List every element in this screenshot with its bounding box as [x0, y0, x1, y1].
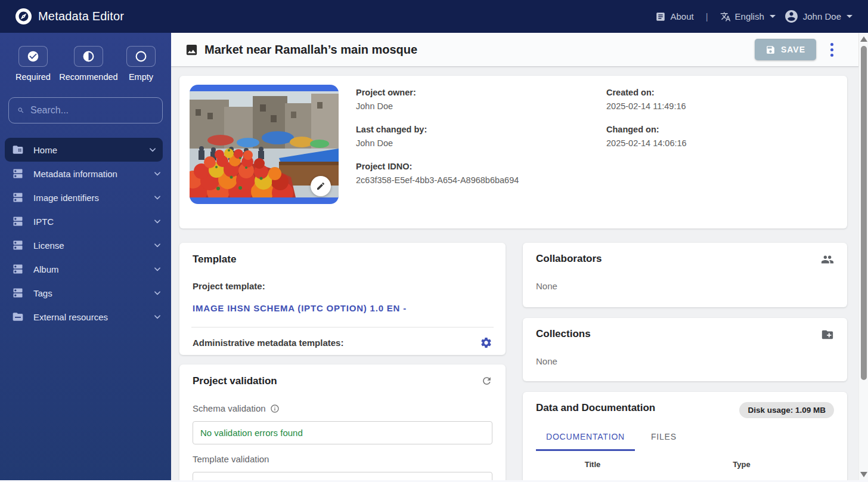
schema-validation-label: Schema validation [193, 403, 492, 413]
gear-icon[interactable] [480, 336, 492, 349]
field-value: John Doe [356, 138, 606, 148]
sidebar-search[interactable] [8, 97, 163, 123]
required-filter-button[interactable] [18, 46, 48, 67]
template-link[interactable]: IMAGE IHSN SCHEMA (IPTC OPTION) 1.0 EN - [193, 303, 407, 313]
collections-value: None [536, 356, 834, 366]
field-value: John Doe [356, 101, 606, 111]
sidebar-item-external-resources[interactable]: External resources [0, 305, 171, 329]
field-label: Created on: [606, 88, 687, 97]
folder-grid-icon [12, 144, 24, 156]
app-title: Metadata Editor [38, 10, 124, 23]
chevron-down-icon [153, 265, 162, 273]
sidebar-item-label: Tags [33, 288, 144, 298]
language-menu[interactable]: English [720, 11, 776, 22]
schema-validation-result-box: No validation errors found [193, 421, 492, 444]
refresh-icon[interactable] [481, 375, 492, 387]
project-owner-field: Project owner: John Doe [356, 88, 606, 111]
save-icon [765, 45, 776, 55]
page-header: Market near Ramallah’s main mosque SAVE [171, 33, 858, 67]
content-scroll-area: Project owner: John Doe Last changed by:… [171, 67, 858, 482]
user-avatar-icon [784, 9, 799, 24]
project-idno-field: Project IDNO: 2c63f358-E5ef-4bb3-A654-A8… [356, 162, 606, 185]
template-card-title: Template [193, 254, 492, 265]
save-button[interactable]: SAVE [755, 39, 816, 60]
stack-icon [12, 191, 24, 203]
sidebar-item-label: License [33, 240, 144, 251]
admin-templates-label: Administrative metadata templates: [193, 338, 343, 348]
filter-label: Required [16, 72, 51, 82]
user-caret-icon [847, 15, 852, 18]
data-documentation-card: Data and Documentation Disk usage: 1.09 … [523, 392, 847, 482]
vertical-scrollbar[interactable] [858, 33, 868, 482]
template-card: Template Project template: IMAGE IHSN SC… [179, 243, 506, 355]
tab-files[interactable]: FILES [641, 432, 687, 451]
about-icon [655, 11, 666, 22]
validation-card-title: Project validation [193, 375, 277, 387]
changed-on-field: Changed on: 2025-02-14 14:06:16 [606, 125, 687, 148]
filter-recommended[interactable]: Recommended [59, 46, 117, 82]
about-label: About [670, 11, 693, 21]
column-header-type: Type [649, 460, 834, 469]
created-on-field: Created on: 2025-02-14 11:49:16 [606, 88, 687, 111]
user-menu[interactable]: John Doe [784, 9, 852, 24]
field-label: Project IDNO: [356, 162, 606, 171]
field-value: 2025-02-14 11:49:16 [606, 101, 687, 111]
sidebar-item-album[interactable]: Album [0, 257, 171, 281]
field-label: Last changed by: [356, 125, 606, 134]
language-caret-icon [770, 15, 776, 18]
validation-result-text: No validation errors found [200, 428, 303, 438]
disk-usage-badge: Disk usage: 1.09 MB [739, 402, 834, 418]
translate-icon [720, 11, 731, 22]
field-label: Changed on: [606, 125, 687, 134]
info-icon[interactable] [270, 404, 280, 413]
filter-empty[interactable]: Empty [126, 46, 156, 82]
data-tabs: DOCUMENTATION FILES [536, 432, 834, 451]
collaborators-value: None [536, 281, 834, 291]
project-validation-card: Project validation Schema validation No … [179, 364, 506, 482]
search-input[interactable] [30, 105, 154, 116]
documents-table-header: Title Type [536, 460, 834, 469]
about-link[interactable]: About [655, 11, 693, 22]
language-label: English [735, 11, 764, 21]
chevron-down-icon [153, 193, 162, 202]
sidebar: Required Recommended Empty Home Metadata… [0, 33, 171, 482]
sidebar-item-label: Image identifiers [33, 193, 144, 203]
image-icon [185, 43, 199, 57]
scrollbar-thumb[interactable] [861, 46, 867, 380]
sidebar-item-metadata-information[interactable]: Metadata information [0, 162, 171, 186]
app-logo-compass-icon [16, 8, 32, 24]
edit-thumbnail-button[interactable] [311, 176, 331, 196]
half-filled-circle-icon [82, 50, 95, 63]
people-icon[interactable] [821, 253, 834, 266]
data-documentation-title: Data and Documentation [536, 402, 655, 414]
sidebar-item-iptc[interactable]: IPTC [0, 209, 171, 233]
check-circle-icon [27, 50, 39, 63]
sidebar-item-home[interactable]: Home [5, 138, 163, 162]
tab-documentation[interactable]: DOCUMENTATION [536, 432, 635, 451]
search-icon [17, 105, 24, 116]
project-info-card: Project owner: John Doe Last changed by:… [179, 76, 847, 228]
filter-buttons: Required Recommended Empty [0, 33, 171, 82]
collections-card: Collections None [523, 318, 847, 381]
collaborators-title: Collaborators [536, 253, 602, 265]
chevron-down-icon [153, 313, 162, 321]
collaborators-card: Collaborators None [523, 243, 847, 307]
main-area: Market near Ramallah’s main mosque SAVE [171, 33, 868, 482]
scroll-down-arrow-icon[interactable] [860, 472, 867, 477]
stack-icon [12, 239, 24, 251]
pencil-icon [316, 181, 326, 191]
scroll-up-arrow-icon[interactable] [860, 36, 867, 42]
sidebar-item-label: IPTC [33, 217, 144, 227]
stack-icon [12, 168, 24, 180]
recommended-filter-button[interactable] [74, 46, 103, 67]
empty-filter-button[interactable] [126, 46, 156, 67]
add-folder-icon[interactable] [821, 328, 834, 341]
filter-required[interactable]: Required [16, 46, 51, 82]
sidebar-item-label: Album [33, 264, 144, 274]
more-options-button[interactable] [828, 41, 836, 59]
sidebar-item-tags[interactable]: Tags [0, 281, 171, 305]
template-validation-label: Template validation [193, 454, 492, 464]
sidebar-item-license[interactable]: License [0, 233, 171, 257]
sidebar-item-image-identifiers[interactable]: Image identifiers [0, 186, 171, 209]
filter-label: Empty [129, 72, 153, 82]
